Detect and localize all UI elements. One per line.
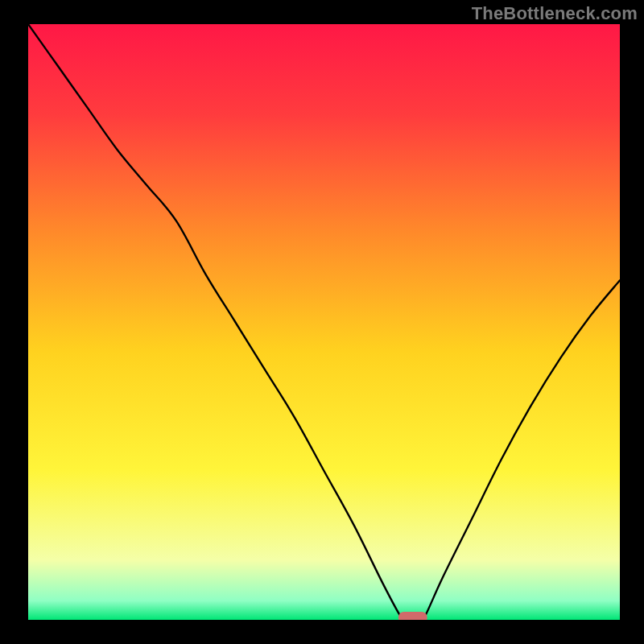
watermark-text: TheBottleneck.com	[472, 3, 638, 24]
chart-frame: TheBottleneck.com	[0, 0, 644, 644]
bottleneck-chart	[0, 0, 644, 644]
optimal-marker	[398, 612, 427, 623]
gradient-background	[28, 24, 620, 620]
